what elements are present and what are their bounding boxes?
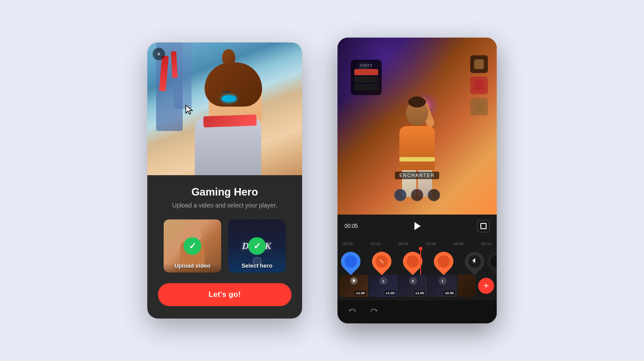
- modal-subtitle: Upload a video and select your player.: [158, 202, 291, 209]
- select-hero-option[interactable]: DARK ✓ Select hero: [228, 219, 286, 273]
- timeline-area: 00:00 00:02 00:04 00:06 00:08 00:10: [337, 238, 497, 300]
- hero-image-area: ×: [147, 42, 302, 175]
- clip-2[interactable]: 1 x1.00: [369, 275, 398, 297]
- clip-3-speed: x1.00: [414, 291, 426, 296]
- upload-check-icon: ✓: [184, 237, 201, 255]
- play-button[interactable]: [363, 218, 472, 234]
- ruler-mark-1: 00:02: [371, 242, 381, 246]
- redo-icon: [369, 307, 378, 316]
- right-overlay: [470, 55, 488, 115]
- stat-bar-3: [354, 84, 378, 90]
- ruler-mark-3: 00:06: [426, 242, 436, 246]
- timeline-ruler: 00:00 00:02 00:04 00:06 00:08 00:10: [337, 239, 497, 248]
- cursor-icon: [185, 104, 196, 117]
- modal-body: Gaming Hero Upload a video and select yo…: [147, 175, 302, 319]
- overlay-icon-1: [470, 55, 488, 73]
- action-icon-2: [411, 189, 423, 201]
- close-button[interactable]: ×: [153, 48, 165, 60]
- playback-bar: 00:05: [337, 215, 497, 238]
- add-clip-button[interactable]: +: [478, 278, 494, 294]
- clip-4[interactable]: 1 x0.50: [428, 275, 457, 297]
- select-hero-check-icon: ✓: [248, 237, 266, 255]
- current-time: 00:05: [345, 223, 358, 229]
- scrubber-head: [419, 247, 422, 250]
- preview-area: STATS: [337, 38, 497, 215]
- clip-3-number: II: [409, 277, 417, 285]
- timeline-scrubber[interactable]: [420, 248, 421, 275]
- stats-title-label: STATS: [354, 63, 378, 67]
- clip-4-speed: x0.50: [444, 291, 455, 296]
- clip-1-speed: x1.00: [355, 291, 366, 296]
- clip-4-number: 1: [439, 277, 447, 285]
- overlay-icon-2: [470, 77, 488, 94]
- bubble-marker-blue[interactable]: [337, 248, 364, 275]
- timeline-tracks: [337, 248, 497, 275]
- stat-bar-2: [354, 77, 378, 83]
- stats-overlay: STATS: [351, 60, 382, 95]
- preview-background: STATS: [337, 38, 497, 215]
- bubble-marker-cursor[interactable]: [461, 248, 488, 275]
- character-preview: [399, 101, 435, 197]
- modal-panel: × Gaming Hero Upload a video and select …: [147, 42, 302, 319]
- add-icon: +: [483, 281, 489, 291]
- close-icon: ×: [157, 50, 161, 58]
- bubble-marker-orange-1[interactable]: [368, 248, 395, 275]
- action-icon-1: [394, 189, 406, 201]
- clip-2-number: 1: [380, 277, 387, 285]
- stat-bar-1: [354, 69, 378, 75]
- options-row: ✓ Upload video DARK ✓ Select hero: [158, 219, 291, 273]
- thumbnail-strip: 1 x1.00 1 x1.00 II x1.00 1: [337, 275, 497, 297]
- main-layout: × Gaming Hero Upload a video and select …: [147, 38, 497, 323]
- clip-1[interactable]: 1 x1.00: [339, 275, 368, 297]
- clip-1-number: 1: [350, 277, 358, 285]
- lets-go-button[interactable]: Let's go!: [158, 283, 291, 306]
- clip-5[interactable]: [458, 275, 475, 297]
- action-icon-3: [428, 189, 440, 201]
- bubble-marker-orange-3[interactable]: [430, 248, 457, 275]
- fullscreen-icon: [480, 223, 487, 229]
- undo-icon: [348, 307, 357, 316]
- editor-panel: STATS: [337, 38, 497, 323]
- modal-title: Gaming Hero: [158, 186, 291, 198]
- select-hero-label: Select hero: [228, 262, 286, 269]
- ruler-marks: 00:00 00:02 00:04 00:06 00:08 00:10: [341, 242, 493, 246]
- ruler-mark-2: 00:04: [398, 242, 408, 246]
- overlay-icon-3: [470, 98, 488, 115]
- ruler-mark-4: 00:08: [454, 242, 464, 246]
- bubble-marker-orange-2[interactable]: [399, 248, 426, 275]
- ruler-mark-0: 00:00: [343, 242, 353, 246]
- enchanter-label: ENCHANTER: [395, 172, 439, 179]
- bubble-marker-dark[interactable]: [483, 248, 497, 275]
- bottom-action-bar: [337, 300, 497, 323]
- undo-button[interactable]: [345, 304, 360, 320]
- clip-3[interactable]: II x1.00: [399, 275, 427, 297]
- cta-label: Let's go!: [209, 290, 241, 299]
- upload-video-option[interactable]: ✓ Upload video: [164, 219, 221, 273]
- bottom-icons-row: [394, 189, 440, 201]
- ruler-mark-5: 00:10: [481, 242, 491, 246]
- play-icon: [414, 222, 421, 230]
- clip-2-speed: x1.00: [384, 291, 396, 296]
- fullscreen-button[interactable]: [477, 220, 490, 232]
- redo-button[interactable]: [366, 304, 382, 320]
- upload-label: Upload video: [164, 262, 221, 269]
